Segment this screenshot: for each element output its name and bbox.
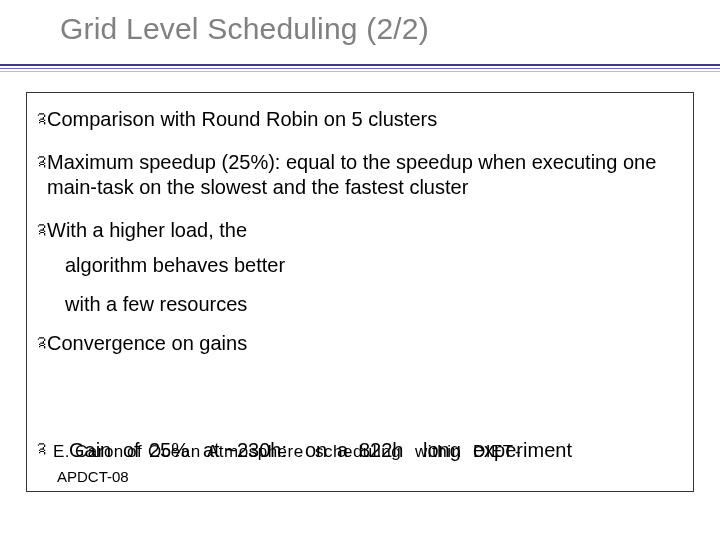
overlap-fragment: - <box>515 442 521 462</box>
bullet-item: ༉ Comparison with Round Robin on 5 clust… <box>35 107 677 132</box>
overlap-fragment: E. <box>53 442 70 462</box>
bullet-text: Maximum speedup (25%): equal to the spee… <box>47 150 677 200</box>
bullet-text: Convergence on gains <box>47 331 677 356</box>
bullet-glyph-icon: ༉ <box>35 332 45 357</box>
bullet-glyph-icon: ༉ <box>35 439 45 461</box>
overlap-fragment: a <box>337 439 348 462</box>
bullet-glyph-icon: ༉ <box>35 151 45 176</box>
overlapping-text-row: ༉ E. Gain Caron of of Ocean 25% Atmosphe… <box>35 439 675 463</box>
overlap-fragment: of <box>127 442 142 462</box>
bullet-continuation: with a few resources <box>65 292 677 317</box>
overlap-fragment: experiment <box>473 439 572 462</box>
title-area: Grid Level Scheduling (2/2) <box>0 12 720 46</box>
overlap-fragment: Caron <box>75 442 124 462</box>
bullet-glyph-icon: ༉ <box>35 108 45 133</box>
bullet-item: ༉ Convergence on gains <box>35 331 677 356</box>
overlap-fragment: 822h <box>359 439 404 462</box>
footer-text: APDCT-08 <box>57 468 129 485</box>
title-underline <box>0 64 720 72</box>
bullet-text: Comparison with Round Robin on 5 cluster… <box>47 107 677 132</box>
slide: Grid Level Scheduling (2/2) ༉ Comparison… <box>0 0 720 540</box>
overlap-fragment: 25% <box>149 439 189 462</box>
content-box: ༉ Comparison with Round Robin on 5 clust… <box>26 92 694 492</box>
bullet-continuation: algorithm behaves better <box>65 253 677 278</box>
bullet-item: ༉ With a higher load, the <box>35 218 677 243</box>
slide-title: Grid Level Scheduling (2/2) <box>60 12 720 46</box>
overlap-fragment: at ~230h: <box>203 439 287 462</box>
bullet-item: ༉ Maximum speedup (25%): equal to the sp… <box>35 150 677 200</box>
bullet-glyph-icon: ༉ <box>35 219 45 244</box>
overlap-fragment: long <box>423 439 461 462</box>
bullet-text: With a higher load, the <box>47 218 677 243</box>
